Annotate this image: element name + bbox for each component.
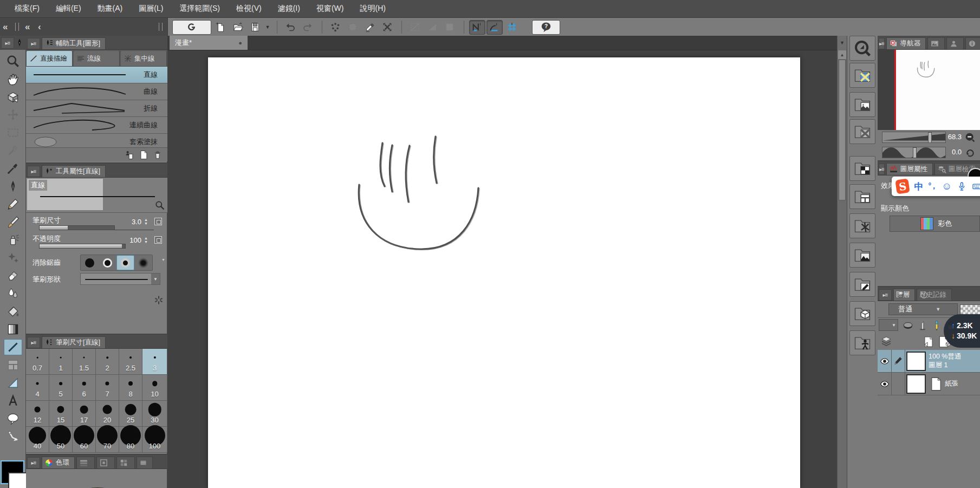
paper-thumbnail[interactable] [906, 374, 926, 394]
figure-tool[interactable] [4, 339, 22, 355]
frame-border-tool[interactable] [4, 357, 22, 373]
save-dropdown-button[interactable]: ▼ [264, 20, 271, 35]
brush-size-25[interactable]: 25 [119, 401, 142, 427]
decoration-tool[interactable] [4, 250, 22, 266]
brush-size-70[interactable]: 70 [96, 427, 119, 453]
panel-menu-icon[interactable]: ▸≡ [879, 38, 885, 49]
snap-special-ruler-button[interactable] [486, 20, 503, 35]
menu-item-動畫A[interactable]: 動畫(A) [89, 0, 131, 18]
brush-shape-selector[interactable]: ▼ [80, 273, 160, 285]
brush-size-50[interactable]: 50 [49, 427, 73, 453]
layer-row-1[interactable]: 100 %普通 圖層 1 [878, 350, 980, 373]
drawing-canvas[interactable] [208, 57, 800, 488]
brush-size-5[interactable]: 5 [49, 375, 73, 401]
balloon-tool[interactable] [4, 411, 22, 427]
ime-emoji-icon[interactable]: ☺ [942, 180, 952, 192]
auto-select-tool[interactable] [4, 142, 22, 159]
mat-color-pattern-button[interactable] [849, 63, 875, 88]
text-tool[interactable] [4, 393, 22, 409]
layer-mask-icon[interactable] [901, 320, 914, 331]
mat-pose-button[interactable] [849, 330, 875, 355]
brush-size-3[interactable]: 3 [142, 349, 167, 375]
color-wheel-tab[interactable]: 色環 [42, 457, 75, 469]
brush-size-6[interactable]: 6 [73, 375, 96, 401]
scroll-up-icon[interactable]: ▲ [838, 50, 846, 59]
eraser-tool[interactable] [4, 268, 22, 284]
zoom-out-icon[interactable] [964, 132, 976, 143]
opacity-dynamics-button[interactable] [154, 236, 162, 244]
mat-effect-button[interactable] [849, 213, 875, 238]
zoom-slider-handle[interactable] [928, 132, 932, 143]
antialias-expand-icon[interactable]: ▼ [160, 258, 166, 262]
correct-line-button[interactable] [362, 20, 378, 35]
palette-color-dropdown[interactable]: ▼ [879, 319, 898, 331]
copy-subtool-icon[interactable] [124, 149, 135, 160]
visibility-eye-icon[interactable] [879, 356, 890, 367]
brush-size-stepper[interactable]: ▲▼ [143, 218, 149, 225]
brush-shape-dropdown-icon[interactable]: ▼ [151, 274, 160, 284]
clip-studio-logo-button[interactable] [172, 20, 211, 35]
brush-size-20[interactable]: 20 [96, 401, 119, 427]
gradient-tool[interactable] [4, 321, 22, 337]
paper-layer-name[interactable]: 紙張 [945, 379, 958, 388]
mat-edit-button[interactable] [849, 272, 875, 297]
color-mode-button[interactable]: 彩色 [890, 216, 980, 232]
brush-size-80[interactable]: 80 [119, 427, 142, 453]
layer-opacity-bar[interactable] [960, 304, 980, 315]
brush-size-17[interactable]: 17 [73, 401, 96, 427]
document-tab[interactable]: 漫畫* ● [170, 36, 248, 50]
panel-menu-icon[interactable]: ▸≡ [27, 337, 40, 348]
subtool-tab-流線[interactable]: 流線 [74, 51, 120, 66]
ime-punctuation[interactable]: °， [928, 181, 937, 191]
color-wheel-area[interactable] [26, 470, 167, 488]
zoom-value[interactable]: 68.3 [934, 133, 962, 141]
layer-row-2[interactable]: 紙張 [878, 373, 980, 395]
layer-thumbnail[interactable] [906, 352, 926, 371]
mat-landscape-button[interactable] [849, 243, 875, 268]
brush-size-2[interactable]: 2 [96, 349, 119, 375]
hand-tool[interactable] [4, 71, 22, 87]
brush-size-2.5[interactable]: 2.5 [119, 349, 142, 375]
brush-size-dynamics-button[interactable] [154, 218, 162, 225]
select-area-button[interactable] [345, 20, 361, 35]
rotate-left-icon[interactable] [964, 147, 976, 158]
save-file-button[interactable] [247, 20, 263, 35]
brush-size-30[interactable]: 30 [142, 401, 167, 427]
brush-size-8[interactable]: 8 [119, 375, 142, 401]
subtool-item-連續曲線[interactable]: 連續曲線 [26, 117, 167, 134]
brush-size-10[interactable]: 10 [142, 375, 167, 401]
snap-dots-button[interactable] [327, 20, 343, 35]
refresh-spinner-icon[interactable] [153, 295, 164, 305]
pencil-tool[interactable] [4, 196, 22, 212]
opacity-value[interactable]: 100 [120, 236, 141, 244]
brush-size-panel-tab[interactable]: 筆刷尺寸[直線] [42, 336, 106, 348]
ruler-square-button[interactable] [442, 20, 458, 35]
mat-manga-button[interactable] [849, 184, 875, 209]
draft-pencil-icon[interactable] [931, 318, 943, 333]
reference-image-tab[interactable] [927, 37, 945, 49]
tab-list-dropdown-icon[interactable]: ▼ [837, 36, 847, 50]
subtool-item-直線[interactable]: 直線 [26, 67, 167, 83]
menu-item-選擇範圍S[interactable]: 選擇範圍(S) [171, 0, 228, 18]
item-bank-tab[interactable] [946, 37, 964, 49]
eyedropper-tool[interactable] [4, 160, 22, 177]
brush-size-0.7[interactable]: 0.7 [26, 349, 49, 375]
ime-mic-icon[interactable] [957, 181, 967, 192]
menu-item-說明H[interactable]: 說明(H) [352, 0, 393, 18]
trash-icon[interactable] [152, 149, 163, 160]
panel-menu-icon[interactable]: ▸≡ [27, 166, 40, 177]
clipping-icon[interactable] [917, 319, 929, 332]
menu-item-濾鏡I[interactable]: 濾鏡(I) [270, 0, 308, 18]
brush-size-7[interactable]: 7 [96, 375, 119, 401]
panel-menu-icon[interactable]: ▸≡ [27, 457, 40, 469]
color-set-tab[interactable] [116, 457, 135, 469]
brush-tool[interactable] [4, 214, 22, 230]
canvas-vertical-scrollbar[interactable]: ▲ [837, 50, 847, 488]
brush-size-40[interactable]: 40 [26, 427, 49, 453]
color-slider-tab[interactable] [76, 457, 95, 469]
help-button[interactable]: ? [532, 20, 560, 35]
new-subtool-icon[interactable] [138, 149, 149, 160]
line-correct-tool[interactable] [4, 428, 22, 445]
layer-stack-icon[interactable] [880, 335, 893, 348]
antialias-strong-button[interactable] [134, 255, 152, 270]
